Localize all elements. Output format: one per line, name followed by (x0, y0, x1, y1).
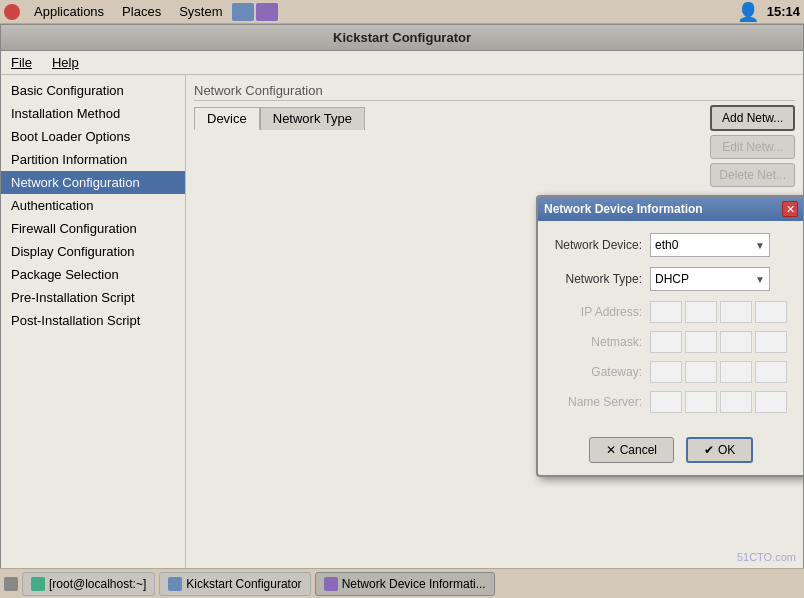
ok-icon: ✔ (704, 443, 714, 457)
sidebar-item-partition[interactable]: Partition Information (1, 148, 185, 171)
network-type-value: DHCP (655, 272, 689, 286)
net-icon (232, 3, 254, 21)
network-device-label: Network Device: (550, 238, 650, 252)
network-device-value: eth0 (655, 238, 678, 252)
gateway-row: Gateway: (550, 361, 792, 383)
user-icon: 👤 (737, 1, 759, 23)
network-type-control: DHCP ▼ (650, 267, 792, 291)
gateway-fields (650, 361, 787, 383)
sidebar-item-install-method[interactable]: Installation Method (1, 102, 185, 125)
netmask-row: Netmask: (550, 331, 792, 353)
terminal-icon (31, 577, 45, 591)
places-menu[interactable]: Places (114, 2, 169, 21)
network-device-arrow-icon: ▼ (755, 240, 765, 251)
tab-bar: Device Network Type (194, 107, 795, 130)
file-menu[interactable]: File (5, 53, 38, 72)
netmask-fields (650, 331, 787, 353)
system-menu[interactable]: System (171, 2, 230, 21)
delete-network-button[interactable]: Delete Net... (710, 163, 795, 187)
main-panel: Network Configuration Device Network Typ… (186, 75, 803, 581)
taskbar: [root@localhost:~] Kickstart Configurato… (0, 568, 804, 598)
ok-label: OK (718, 443, 735, 457)
network-type-arrow-icon: ▼ (755, 274, 765, 285)
name-server-row: Name Server: (550, 391, 792, 413)
sidebar-item-display[interactable]: Display Configuration (1, 240, 185, 263)
ip-field-1[interactable] (650, 301, 682, 323)
help-menu[interactable]: Help (46, 53, 85, 72)
dialog-buttons: ✕ Cancel ✔ OK (538, 429, 803, 475)
name-server-field-2[interactable] (685, 391, 717, 413)
network-device-control: eth0 ▼ (650, 233, 792, 257)
network-type-label: Network Type: (550, 272, 650, 286)
edit-network-button[interactable]: Edit Netw... (710, 135, 795, 159)
kickstart-label: Kickstart Configurator (186, 577, 301, 591)
section-label: Network Configuration (194, 83, 795, 101)
system-bar-left: Applications Places System (4, 2, 737, 21)
sidebar-item-network[interactable]: Network Configuration (1, 171, 185, 194)
apps-menu[interactable]: Applications (26, 2, 112, 21)
app-content: Basic Configuration Installation Method … (1, 75, 803, 581)
cancel-label: Cancel (620, 443, 657, 457)
watermark: 51CTO.com (737, 551, 796, 563)
dialog-title: Network Device Information (544, 202, 703, 216)
taskbar-start-icon (4, 577, 18, 591)
browser-icon (256, 3, 278, 21)
sidebar-item-pre-script[interactable]: Pre-Installation Script (1, 286, 185, 309)
dialog-close-button[interactable]: ✕ (782, 201, 798, 217)
cancel-icon: ✕ (606, 443, 616, 457)
ip-address-label: IP Address: (550, 305, 650, 319)
gateway-field-2[interactable] (685, 361, 717, 383)
network-device-row: Network Device: eth0 ▼ (550, 233, 792, 257)
taskbar-netdev[interactable]: Network Device Informati... (315, 572, 495, 596)
app-titlebar: Kickstart Configurator (1, 25, 803, 51)
clock: 15:14 (767, 4, 800, 19)
add-network-button[interactable]: Add Netw... (710, 105, 795, 131)
tab-device[interactable]: Device (194, 107, 260, 130)
os-logo-icon (4, 4, 20, 20)
ip-address-fields (650, 301, 787, 323)
name-server-field-3[interactable] (720, 391, 752, 413)
kickstart-icon (168, 577, 182, 591)
app-window: Kickstart Configurator File Help Basic C… (0, 24, 804, 582)
sidebar-item-bootloader[interactable]: Boot Loader Options (1, 125, 185, 148)
sidebar-item-basic-config[interactable]: Basic Configuration (1, 79, 185, 102)
ip-field-3[interactable] (720, 301, 752, 323)
name-server-fields (650, 391, 787, 413)
taskbar-terminal[interactable]: [root@localhost:~] (22, 572, 155, 596)
netmask-field-1[interactable] (650, 331, 682, 353)
name-server-field-4[interactable] (755, 391, 787, 413)
right-buttons: Add Netw... Edit Netw... Delete Net... (710, 105, 795, 187)
netmask-field-2[interactable] (685, 331, 717, 353)
ip-field-2[interactable] (685, 301, 717, 323)
app-title: Kickstart Configurator (333, 30, 471, 45)
dialog-titlebar: Network Device Information ✕ (538, 197, 803, 221)
name-server-label: Name Server: (550, 395, 650, 409)
ip-address-row: IP Address: (550, 301, 792, 323)
cancel-button[interactable]: ✕ Cancel (589, 437, 674, 463)
ip-field-4[interactable] (755, 301, 787, 323)
sidebar-item-packages[interactable]: Package Selection (1, 263, 185, 286)
gateway-field-1[interactable] (650, 361, 682, 383)
sidebar-item-post-script[interactable]: Post-Installation Script (1, 309, 185, 332)
gateway-field-4[interactable] (755, 361, 787, 383)
network-device-select[interactable]: eth0 ▼ (650, 233, 770, 257)
app-menubar: File Help (1, 51, 803, 75)
terminal-label: [root@localhost:~] (49, 577, 146, 591)
status-icons: 👤 (737, 1, 759, 23)
netdev-label: Network Device Informati... (342, 577, 486, 591)
name-server-field-1[interactable] (650, 391, 682, 413)
ok-button[interactable]: ✔ OK (686, 437, 753, 463)
sidebar-item-firewall[interactable]: Firewall Configuration (1, 217, 185, 240)
network-device-dialog: Network Device Information ✕ Network Dev… (536, 195, 803, 477)
gateway-field-3[interactable] (720, 361, 752, 383)
sidebar-item-auth[interactable]: Authentication (1, 194, 185, 217)
netmask-field-3[interactable] (720, 331, 752, 353)
sidebar: Basic Configuration Installation Method … (1, 75, 186, 581)
gateway-label: Gateway: (550, 365, 650, 379)
taskbar-kickstart[interactable]: Kickstart Configurator (159, 572, 310, 596)
tab-network-type[interactable]: Network Type (260, 107, 365, 130)
netmask-field-4[interactable] (755, 331, 787, 353)
netmask-label: Netmask: (550, 335, 650, 349)
dialog-body: Network Device: eth0 ▼ Network Type: (538, 221, 803, 429)
network-type-select[interactable]: DHCP ▼ (650, 267, 770, 291)
